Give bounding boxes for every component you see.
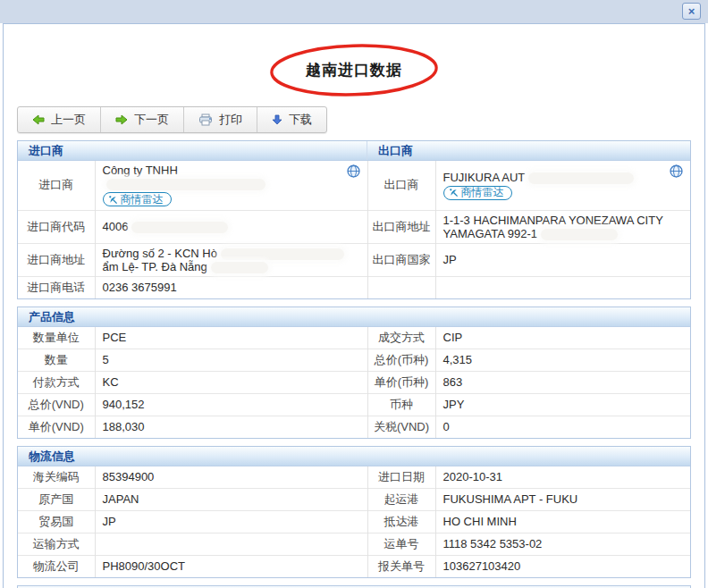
field-label <box>367 276 435 298</box>
importer-phone-value: 0236 3675991 <box>95 276 367 298</box>
field-label: 关税(VND) <box>367 416 435 438</box>
download-label: 下载 <box>289 112 312 128</box>
field-value: 2020-10-31 <box>435 466 690 489</box>
importer-address-value: Đường số 2 - KCN Hòẩm Lệ- TP. Đà Nẵng <box>95 243 367 276</box>
field-value: JPY <box>435 393 690 416</box>
print-button[interactable]: 打印 <box>184 107 257 132</box>
field-label: 进口日期 <box>367 466 435 489</box>
field-value: PH8090/30OCT <box>95 555 367 577</box>
redacted-text <box>131 222 228 233</box>
table-row: 付款方式 KC 单价(币种) 863 <box>18 371 690 393</box>
field-label: 进口商代码 <box>18 210 95 243</box>
field-label: 出口商 <box>367 161 435 210</box>
field-label: 贸易国 <box>18 510 95 533</box>
exporter-name-value: FUJIKURA AUT <box>435 161 690 210</box>
importer-name-value: Công ty TNHH <box>95 161 367 210</box>
empty-cell <box>435 276 690 298</box>
field-value: 940,152 <box>95 393 367 416</box>
print-label: 打印 <box>219 112 242 128</box>
field-label: 进口商电话 <box>18 276 95 298</box>
field-label: 报关单号 <box>367 555 435 577</box>
redacted-text <box>528 172 634 184</box>
importer-code-text: 4006 <box>103 220 129 233</box>
next-page-button[interactable]: 下一页 <box>101 107 184 132</box>
exporter-address-value: 1-1-3 HACHIMANPARA YONEZAWA CITY YAMAGAT… <box>435 210 690 243</box>
section-logistics-info: 物流信息 海关编码 85394900 进口日期 2020-10-31 原产国 J… <box>17 446 691 578</box>
field-label: 数量 <box>18 349 95 371</box>
radar-dish-icon <box>108 195 118 205</box>
field-value: JP <box>95 510 367 533</box>
product-section-title: 产品信息 <box>18 307 75 326</box>
field-label: 运输方式 <box>18 533 95 555</box>
table-row: 单价(VND) 188,030 关税(VND) 0 <box>18 416 690 438</box>
field-value: KC <box>95 371 367 393</box>
importer-section-title: 进口商 <box>18 141 367 160</box>
next-page-label: 下一页 <box>134 112 169 128</box>
table-row: 总价(VND) 940,152 币种 JPY <box>18 393 690 416</box>
radar-badge[interactable]: 商情雷达 <box>103 192 172 206</box>
dialog-panel: 越南进口数据 上一页 下一页 打印 <box>3 23 705 588</box>
download-button[interactable]: 下载 <box>257 107 326 132</box>
field-label: 抵达港 <box>367 510 435 533</box>
exporter-country-value: JP <box>435 243 690 276</box>
section-importer-exporter: 进口商 出口商 进口商 Công ty TNHH <box>17 140 691 299</box>
close-icon[interactable]: × <box>682 3 701 20</box>
table-row: 进口商代码 4006 出口商地址 1-1-3 HACHIMANPARA YONE… <box>18 210 690 243</box>
toolbar: 上一页 下一页 打印 下载 <box>17 106 327 133</box>
field-value: CIP <box>435 327 690 349</box>
radar-dish-icon <box>449 188 459 197</box>
field-value: 863 <box>435 371 690 393</box>
field-label: 成交方式 <box>367 327 435 349</box>
globe-website-icon[interactable] <box>347 164 360 181</box>
table-row: 贸易国 JP 抵达港 HO CHI MINH <box>18 510 690 533</box>
page-title: 越南进口数据 <box>306 60 402 80</box>
table-row: 运输方式 运单号 1118 5342 5353-02 <box>18 533 690 555</box>
prev-page-label: 上一页 <box>51 112 86 128</box>
table-row: 物流公司 PH8090/30OCT 报关单号 103627103420 <box>18 555 690 577</box>
field-label: 出口商国家 <box>367 243 435 276</box>
printer-icon <box>198 113 213 126</box>
field-label: 进口商 <box>18 161 95 210</box>
field-label: 运单号 <box>367 533 435 555</box>
field-value: 103627103420 <box>435 555 690 577</box>
radar-badge-label: 商情雷达 <box>461 185 504 200</box>
field-value: 188,030 <box>95 416 367 438</box>
green-arrow-left-icon <box>32 114 45 125</box>
field-label: 原产国 <box>18 488 95 510</box>
field-value: PCE <box>95 327 367 349</box>
field-label: 物流公司 <box>18 555 95 577</box>
redacted-text <box>211 262 268 273</box>
field-label: 进口商地址 <box>18 243 95 276</box>
radar-badge[interactable]: 商情雷达 <box>443 186 512 200</box>
field-label: 数量单位 <box>18 327 95 349</box>
table-row: 原产国 JAPAN 起运港 FUKUSHIMA APT - FUKU <box>18 488 690 510</box>
exporter-name-text: FUJIKURA AUT <box>443 171 526 184</box>
field-label: 总价(VND) <box>18 393 95 416</box>
prev-page-button[interactable]: 上一页 <box>18 107 101 132</box>
field-label: 总价(币种) <box>367 349 435 371</box>
title-row: 越南进口数据 <box>4 42 704 97</box>
field-value: 1118 5342 5353-02 <box>435 533 690 555</box>
field-label: 起运港 <box>367 488 435 510</box>
field-value: 0 <box>435 416 690 438</box>
field-value: 4,315 <box>435 349 690 371</box>
table-row: 数量单位 PCE 成交方式 CIP <box>18 327 690 349</box>
table-row: 数量 5 总价(币种) 4,315 <box>18 349 690 371</box>
globe-website-icon[interactable] <box>670 164 683 181</box>
section-product-info: 产品信息 数量单位 PCE 成交方式 CIP 数量 5 总价(币种) 4,315… <box>17 307 691 439</box>
logistics-section-title: 物流信息 <box>18 447 75 466</box>
table-row: 海关编码 85394900 进口日期 2020-10-31 <box>18 466 690 489</box>
field-label: 币种 <box>367 393 435 416</box>
field-label: 单价(币种) <box>367 371 435 393</box>
redacted-text <box>221 248 344 260</box>
field-value <box>95 533 367 555</box>
importer-code-value: 4006 <box>95 210 367 243</box>
field-value: 85394900 <box>95 466 367 489</box>
field-value: 5 <box>95 349 367 371</box>
redacted-text <box>541 229 618 240</box>
redacted-text <box>106 179 266 190</box>
field-label: 海关编码 <box>18 466 95 489</box>
field-label: 单价(VND) <box>18 416 95 438</box>
field-value: JAPAN <box>95 488 367 510</box>
field-value: HO CHI MINH <box>435 510 690 533</box>
